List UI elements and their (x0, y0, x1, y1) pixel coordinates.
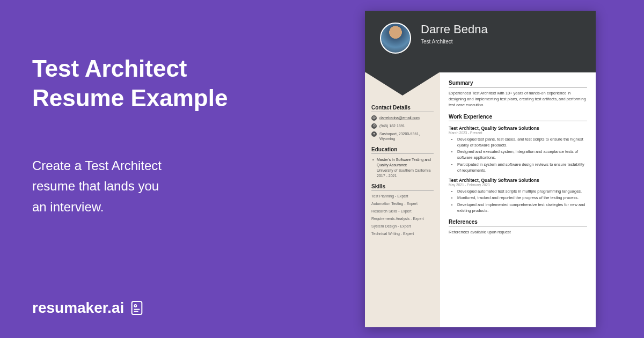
resume-sidebar: Contact Details @ darrebedna@email.com ✆… (365, 72, 440, 327)
job-bullet: Designed and executed system, integratio… (457, 149, 587, 161)
contact-title: Contact Details (371, 105, 434, 112)
contact-phone: ✆ (948) 182 1891 (371, 123, 434, 129)
email-text: darrebedna@email.com (379, 115, 420, 120)
svg-rect-0 (132, 302, 142, 314)
promo-subtitle: Create a Test Architect resume that land… (32, 156, 301, 217)
document-icon (128, 299, 145, 317)
skills-title: Skills (371, 183, 434, 191)
resume-header: Darre Bedna Test Architect (365, 11, 596, 72)
location-icon: ● (371, 131, 377, 137)
email-icon: @ (371, 115, 377, 121)
summary-text: Experienced Test Architect with 10+ year… (449, 91, 587, 108)
phone-text: (948) 182 1891 (379, 123, 405, 128)
promo-panel: Test Architect Resume Example Create a T… (0, 0, 333, 338)
skill-item: Automation Testing - Expert (371, 202, 434, 205)
skill-item: Technical Writing - Expert (371, 232, 434, 236)
promo-title: Test Architect Resume Example (32, 54, 301, 113)
svg-point-1 (135, 305, 137, 307)
sub-line: Create a Test Architect (32, 158, 162, 173)
resume-name: Darre Bedna (421, 23, 488, 36)
experience-title: Work Experience (449, 114, 587, 121)
job-title: Test Architect, Quality Software Solutio… (449, 126, 587, 131)
title-line: Test Architect (32, 55, 187, 82)
avatar (380, 23, 411, 54)
edu-degree: Master's in Software Testing and Quality… (377, 157, 434, 168)
sub-line: resume that lands you (32, 179, 159, 193)
skill-item: System Design - Expert (371, 224, 434, 228)
job-bullet: Participated in system and software desi… (457, 161, 587, 174)
edu-school: University of Southern California (377, 168, 434, 173)
summary-title: Summary (449, 80, 587, 87)
job-bullets: Developed test plans, test cases, and te… (449, 136, 587, 174)
job-date: March 2023 - Present (449, 131, 587, 135)
job-bullets: Developed automated test scripts in mult… (449, 188, 587, 214)
contact-address: ● Sashaport, 23200-9361, Wyoming (371, 131, 434, 141)
contact-email: @ darrebedna@email.com (371, 115, 434, 121)
brand-logo: resumaker.ai (32, 299, 301, 317)
skill-item: Requirements Analysis - Expert (371, 217, 434, 221)
education-title: Education (371, 146, 434, 154)
logo-text: resumaker.ai (32, 299, 124, 317)
phone-icon: ✆ (371, 123, 377, 129)
resume-main: Summary Experienced Test Architect with … (440, 72, 596, 327)
sub-line: an interview. (32, 200, 104, 214)
edu-years: 2017 - 2021 (377, 173, 434, 179)
title-line: Resume Example (32, 85, 228, 111)
job-date: May 2021 - February 2023 (449, 183, 587, 187)
references-text: References available upon request (449, 230, 587, 234)
skill-item: Test Planning - Expert (371, 194, 434, 198)
job-bullet: Developed and implemented comprehensive … (457, 202, 587, 214)
job-bullet: Monitored, tracked and reported the prog… (457, 195, 587, 201)
resume-preview-container: Darre Bedna Test Architect Contact Detai… (333, 0, 644, 338)
resume-document: Darre Bedna Test Architect Contact Detai… (365, 11, 596, 327)
address-text: Sashaport, 23200-9361, Wyoming (379, 131, 434, 141)
job-bullet: Developed automated test scripts in mult… (457, 188, 587, 194)
skill-item: Research Skills - Expert (371, 209, 434, 213)
job-entry: Test Architect, Quality Software Solutio… (449, 126, 587, 174)
references-title: References (449, 219, 587, 226)
resume-role: Test Architect (421, 39, 488, 45)
education-item: Master's in Software Testing and Quality… (371, 157, 434, 178)
job-title: Test Architect, Quality Software Solutio… (449, 178, 587, 183)
job-bullet: Developed test plans, test cases, and te… (457, 136, 587, 149)
resume-body: Contact Details @ darrebedna@email.com ✆… (365, 72, 596, 327)
job-entry: Test Architect, Quality Software Solutio… (449, 178, 587, 214)
header-text: Darre Bedna Test Architect (421, 23, 488, 45)
